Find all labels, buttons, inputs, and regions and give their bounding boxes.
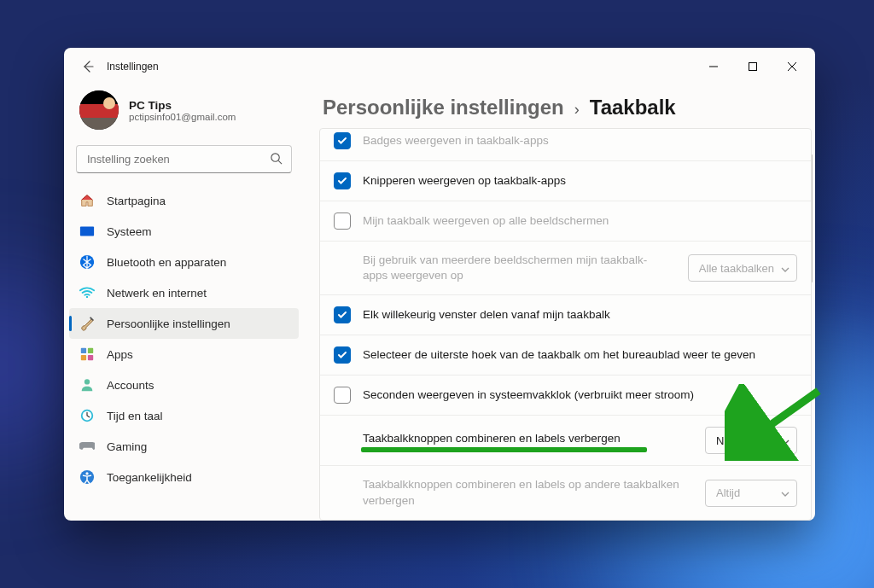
row-multi-display: Bij gebruik van meerdere beeldschermen m… xyxy=(320,242,811,295)
svg-rect-10 xyxy=(88,355,93,360)
row-label: Bij gebruik van meerdere beeldschermen m… xyxy=(363,253,676,283)
apps-icon xyxy=(79,346,95,362)
bluetooth-icon xyxy=(79,254,95,270)
nav-accounts[interactable]: Accounts xyxy=(69,370,299,400)
window-title: Instellingen xyxy=(107,61,159,73)
check-icon xyxy=(337,136,347,146)
chevron-down-icon xyxy=(781,262,790,275)
row-label: Knipperen weergeven op taakbalk-apps xyxy=(363,173,797,189)
checkbox[interactable] xyxy=(334,172,351,189)
nav-label: Toegankelijkheid xyxy=(107,471,192,484)
row-label: Taakbalkknoppen combineren en labels ver… xyxy=(363,431,693,450)
accounts-icon xyxy=(79,377,95,393)
settings-list: Badges weergeven in taakbalk-apps Knippe… xyxy=(319,128,812,521)
checkbox[interactable] xyxy=(334,306,351,323)
svg-point-15 xyxy=(85,472,88,474)
breadcrumb-parent[interactable]: Persoonlijke instellingen xyxy=(323,96,564,119)
check-icon xyxy=(337,310,347,320)
svg-rect-9 xyxy=(81,355,86,360)
nav-label: Gaming xyxy=(107,440,147,453)
dropdown-value: Altijd xyxy=(716,486,740,499)
nav-label: Startpagina xyxy=(107,195,166,207)
search-input[interactable] xyxy=(76,145,292,173)
nav-gaming[interactable]: Gaming xyxy=(69,431,299,462)
row-flash[interactable]: Knipperen weergeven op taakbalk-apps xyxy=(320,161,811,201)
checkbox[interactable] xyxy=(334,387,351,404)
svg-rect-4 xyxy=(80,227,94,236)
nav-personalization[interactable]: Persoonlijke instellingen xyxy=(69,308,299,339)
svg-point-6 xyxy=(86,296,88,298)
maximize-icon xyxy=(749,62,757,71)
titlebar: Instellingen xyxy=(64,48,815,85)
nav-label: Systeem xyxy=(107,225,152,238)
system-icon xyxy=(79,224,95,239)
nav-accessibility[interactable]: Toegankelijkheid xyxy=(69,462,299,492)
maximize-button[interactable] xyxy=(733,53,772,80)
profile-name: PC Tips xyxy=(129,99,236,112)
row-label: Selecteer de uiterste hoek van de taakba… xyxy=(363,347,797,363)
nav-network[interactable]: Netwerk en internet xyxy=(69,277,299,308)
nav-label: Apps xyxy=(107,348,133,361)
chevron-right-icon: › xyxy=(574,101,580,119)
dropdown-all-taskbars: Alle taakbalken xyxy=(688,254,797,282)
row-share-window[interactable]: Elk willekeurig venster delen vanaf mijn… xyxy=(320,295,811,335)
nav-list: Startpagina Systeem Bluetooth en apparat… xyxy=(64,185,304,492)
main-panel: Persoonlijke instellingen › Taakbalk Bad… xyxy=(307,85,815,521)
nav-label: Netwerk en internet xyxy=(107,287,207,300)
row-combine-buttons[interactable]: Taakbalkknoppen combineren en labels ver… xyxy=(320,416,811,466)
brush-icon xyxy=(79,316,95,331)
profile[interactable]: PC Tips pctipsinfo01@gmail.com xyxy=(64,85,304,145)
back-button[interactable] xyxy=(71,49,105,84)
nav-label: Tijd en taal xyxy=(107,410,163,422)
chevron-down-icon xyxy=(781,434,790,447)
dropdown-combine[interactable]: Nooit xyxy=(705,427,797,454)
close-icon xyxy=(788,62,796,71)
row-badges[interactable]: Badges weergeven in taakbalk-apps xyxy=(320,129,811,161)
svg-rect-8 xyxy=(88,348,93,353)
nav-bluetooth[interactable]: Bluetooth en apparaten xyxy=(69,247,299,277)
check-icon xyxy=(337,350,347,360)
row-show-desktop[interactable]: Selecteer de uiterste hoek van de taakba… xyxy=(320,335,811,376)
nav-label: Accounts xyxy=(107,379,154,392)
avatar xyxy=(79,90,119,130)
svg-point-11 xyxy=(84,379,90,384)
dropdown-combine-other: Altijd xyxy=(705,480,797,507)
settings-window: Instellingen PC Tips pctipsinfo01@gmail.… xyxy=(64,48,815,521)
search-icon xyxy=(270,152,283,168)
wifi-icon xyxy=(79,285,95,300)
svg-line-3 xyxy=(278,160,282,164)
home-icon xyxy=(79,193,95,208)
minimize-button[interactable] xyxy=(694,53,733,80)
checkbox xyxy=(334,212,351,230)
svg-rect-1 xyxy=(749,63,757,71)
nav-label: Persoonlijke instellingen xyxy=(107,317,230,330)
row-combine-other: Taakbalkknoppen combineren en labels op … xyxy=(320,466,811,519)
check-icon xyxy=(337,176,347,186)
row-label: Seconden weergeven in systeemvakklok (ve… xyxy=(363,387,797,403)
dropdown-value: Alle taakbalken xyxy=(699,262,774,275)
nav-apps[interactable]: Apps xyxy=(69,339,299,370)
checkbox[interactable] xyxy=(334,346,351,364)
breadcrumb-current: Taakbalk xyxy=(590,96,676,119)
clock-icon xyxy=(79,408,95,423)
row-label: Badges weergeven in taakbalk-apps xyxy=(363,133,797,148)
gaming-icon xyxy=(79,439,95,454)
nav-label: Bluetooth en apparaten xyxy=(107,256,226,269)
sidebar: PC Tips pctipsinfo01@gmail.com Startpagi… xyxy=(64,85,307,521)
checkbox[interactable] xyxy=(334,132,351,149)
breadcrumb: Persoonlijke instellingen › Taakbalk xyxy=(307,85,812,128)
nav-system[interactable]: Systeem xyxy=(69,216,299,247)
arrow-left-icon xyxy=(81,60,95,73)
close-button[interactable] xyxy=(772,53,812,80)
window-controls xyxy=(694,53,812,80)
row-label: Elk willekeurig venster delen vanaf mijn… xyxy=(363,307,797,323)
row-seconds[interactable]: Seconden weergeven in systeemvakklok (ve… xyxy=(320,376,811,416)
profile-email: pctipsinfo01@gmail.com xyxy=(129,112,236,122)
accessibility-icon xyxy=(79,469,95,485)
row-label: Mijn taakbalk weergeven op alle beeldsch… xyxy=(363,213,797,229)
dropdown-value: Nooit xyxy=(716,434,742,447)
nav-home[interactable]: Startpagina xyxy=(69,185,299,216)
svg-rect-7 xyxy=(81,348,86,353)
row-label: Taakbalkknoppen combineren en labels op … xyxy=(363,477,693,508)
nav-time[interactable]: Tijd en taal xyxy=(69,400,299,431)
